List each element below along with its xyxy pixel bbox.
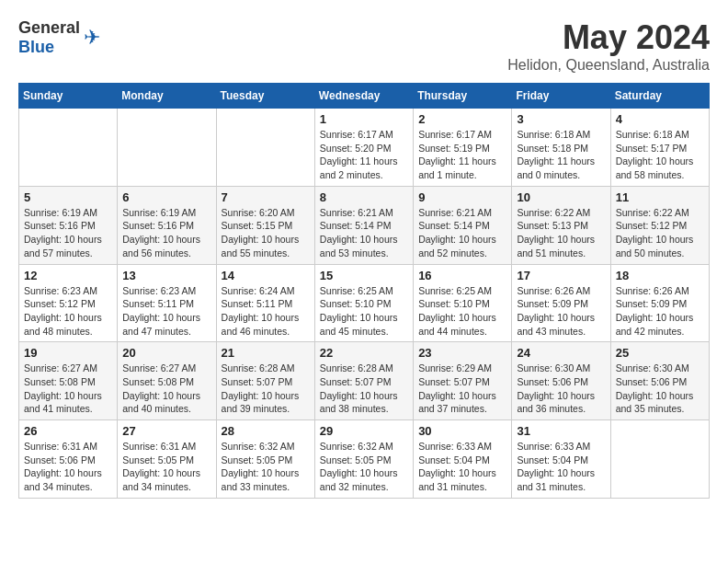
day-number: 20 — [122, 346, 210, 360]
table-row: 12 Sunrise: 6:23 AMSunset: 5:12 PMDaylig… — [19, 264, 118, 342]
table-row: 25 Sunrise: 6:30 AMSunset: 5:06 PMDaylig… — [610, 342, 709, 420]
calendar-table: Sunday Monday Tuesday Wednesday Thursday… — [18, 83, 710, 499]
day-number: 25 — [616, 346, 704, 360]
day-info: Sunrise: 6:29 AMSunset: 5:07 PMDaylight:… — [418, 362, 506, 416]
table-row — [216, 109, 314, 187]
table-row: 3 Sunrise: 6:18 AMSunset: 5:18 PMDayligh… — [512, 109, 610, 187]
day-number: 5 — [24, 190, 112, 204]
day-number: 8 — [320, 190, 408, 204]
table-row: 19 Sunrise: 6:27 AMSunset: 5:08 PMDaylig… — [19, 342, 118, 420]
day-number: 24 — [517, 346, 605, 360]
table-row — [118, 109, 216, 187]
table-row: 18 Sunrise: 6:26 AMSunset: 5:09 PMDaylig… — [610, 264, 709, 342]
day-info: Sunrise: 6:32 AMSunset: 5:05 PMDaylight:… — [320, 440, 408, 494]
table-row: 23 Sunrise: 6:29 AMSunset: 5:07 PMDaylig… — [414, 342, 512, 420]
header-thursday: Thursday — [414, 84, 512, 109]
day-number: 16 — [418, 269, 506, 282]
day-info: Sunrise: 6:28 AMSunset: 5:07 PMDaylight:… — [320, 362, 408, 416]
day-number: 19 — [24, 346, 112, 360]
day-number: 17 — [517, 269, 605, 282]
header-friday: Friday — [512, 84, 610, 109]
day-info: Sunrise: 6:18 AMSunset: 5:18 PMDaylight:… — [517, 128, 605, 182]
day-number: 21 — [222, 346, 310, 360]
table-row: 9 Sunrise: 6:21 AMSunset: 5:14 PMDayligh… — [414, 186, 512, 264]
calendar-week-row: 19 Sunrise: 6:27 AMSunset: 5:08 PMDaylig… — [19, 342, 710, 420]
day-info: Sunrise: 6:25 AMSunset: 5:10 PMDaylight:… — [418, 284, 506, 339]
header-sunday: Sunday — [19, 84, 118, 109]
table-row: 27 Sunrise: 6:31 AMSunset: 5:05 PMDaylig… — [118, 420, 216, 499]
day-info: Sunrise: 6:21 AMSunset: 5:14 PMDaylight:… — [320, 206, 408, 260]
header-wednesday: Wednesday — [314, 84, 413, 109]
day-info: Sunrise: 6:26 AMSunset: 5:09 PMDaylight:… — [517, 284, 605, 339]
table-row: 6 Sunrise: 6:19 AMSunset: 5:16 PMDayligh… — [118, 186, 216, 264]
day-info: Sunrise: 6:18 AMSunset: 5:17 PMDaylight:… — [616, 128, 704, 182]
calendar-week-row: 12 Sunrise: 6:23 AMSunset: 5:12 PMDaylig… — [19, 264, 710, 342]
table-row: 16 Sunrise: 6:25 AMSunset: 5:10 PMDaylig… — [414, 264, 512, 342]
table-row: 24 Sunrise: 6:30 AMSunset: 5:06 PMDaylig… — [512, 342, 610, 420]
table-row: 8 Sunrise: 6:21 AMSunset: 5:14 PMDayligh… — [314, 186, 413, 264]
calendar-week-row: 5 Sunrise: 6:19 AMSunset: 5:16 PMDayligh… — [19, 186, 710, 264]
table-row — [19, 109, 118, 187]
title-block: May 2024 Helidon, Queensland, Australia — [507, 18, 710, 74]
day-info: Sunrise: 6:26 AMSunset: 5:09 PMDaylight:… — [616, 284, 704, 339]
day-number: 3 — [517, 112, 605, 126]
day-number: 28 — [222, 424, 310, 438]
table-row: 22 Sunrise: 6:28 AMSunset: 5:07 PMDaylig… — [314, 342, 413, 420]
month-year-title: May 2024 — [507, 18, 710, 57]
location-subtitle: Helidon, Queensland, Australia — [507, 57, 710, 74]
table-row: 30 Sunrise: 6:33 AMSunset: 5:04 PMDaylig… — [414, 420, 512, 499]
day-number: 1 — [320, 112, 408, 126]
day-number: 29 — [320, 424, 408, 438]
day-number: 30 — [418, 424, 506, 438]
day-number: 31 — [517, 424, 605, 438]
table-row: 26 Sunrise: 6:31 AMSunset: 5:06 PMDaylig… — [19, 420, 118, 499]
day-info: Sunrise: 6:30 AMSunset: 5:06 PMDaylight:… — [517, 362, 605, 416]
table-row: 14 Sunrise: 6:24 AMSunset: 5:11 PMDaylig… — [216, 264, 314, 342]
table-row: 10 Sunrise: 6:22 AMSunset: 5:13 PMDaylig… — [512, 186, 610, 264]
day-info: Sunrise: 6:33 AMSunset: 5:04 PMDaylight:… — [517, 440, 605, 494]
table-row: 29 Sunrise: 6:32 AMSunset: 5:05 PMDaylig… — [314, 420, 413, 499]
table-row: 4 Sunrise: 6:18 AMSunset: 5:17 PMDayligh… — [610, 109, 709, 187]
logo-bird-icon: ✈ — [84, 26, 100, 50]
logo-blue-text: Blue — [18, 38, 54, 56]
day-number: 7 — [222, 190, 310, 204]
day-info: Sunrise: 6:23 AMSunset: 5:12 PMDaylight:… — [24, 284, 112, 339]
day-info: Sunrise: 6:31 AMSunset: 5:06 PMDaylight:… — [24, 440, 112, 494]
day-info: Sunrise: 6:27 AMSunset: 5:08 PMDaylight:… — [122, 362, 210, 416]
day-number: 10 — [517, 190, 605, 204]
day-info: Sunrise: 6:19 AMSunset: 5:16 PMDaylight:… — [122, 206, 210, 260]
table-row: 28 Sunrise: 6:32 AMSunset: 5:05 PMDaylig… — [216, 420, 314, 499]
day-info: Sunrise: 6:28 AMSunset: 5:07 PMDaylight:… — [222, 362, 310, 416]
day-info: Sunrise: 6:22 AMSunset: 5:13 PMDaylight:… — [517, 206, 605, 260]
day-info: Sunrise: 6:22 AMSunset: 5:12 PMDaylight:… — [616, 206, 704, 260]
day-info: Sunrise: 6:33 AMSunset: 5:04 PMDaylight:… — [418, 440, 506, 494]
day-info: Sunrise: 6:23 AMSunset: 5:11 PMDaylight:… — [122, 284, 210, 339]
calendar-header-row: Sunday Monday Tuesday Wednesday Thursday… — [19, 84, 710, 109]
day-info: Sunrise: 6:32 AMSunset: 5:05 PMDaylight:… — [222, 440, 310, 494]
table-row: 5 Sunrise: 6:19 AMSunset: 5:16 PMDayligh… — [19, 186, 118, 264]
header-saturday: Saturday — [610, 84, 709, 109]
day-number: 14 — [222, 269, 310, 282]
logo-general-text: General — [18, 18, 80, 37]
day-info: Sunrise: 6:19 AMSunset: 5:16 PMDaylight:… — [24, 206, 112, 260]
day-info: Sunrise: 6:24 AMSunset: 5:11 PMDaylight:… — [222, 284, 310, 339]
table-row: 2 Sunrise: 6:17 AMSunset: 5:19 PMDayligh… — [414, 109, 512, 187]
table-row — [610, 420, 709, 499]
table-row: 15 Sunrise: 6:25 AMSunset: 5:10 PMDaylig… — [314, 264, 413, 342]
day-number: 11 — [616, 190, 704, 204]
calendar-week-row: 1 Sunrise: 6:17 AMSunset: 5:20 PMDayligh… — [19, 109, 710, 187]
day-number: 18 — [616, 269, 704, 282]
calendar-week-row: 26 Sunrise: 6:31 AMSunset: 5:06 PMDaylig… — [19, 420, 710, 499]
day-info: Sunrise: 6:21 AMSunset: 5:14 PMDaylight:… — [418, 206, 506, 260]
day-number: 6 — [122, 190, 210, 204]
day-info: Sunrise: 6:17 AMSunset: 5:20 PMDaylight:… — [320, 128, 408, 182]
day-number: 2 — [418, 112, 506, 126]
day-info: Sunrise: 6:20 AMSunset: 5:15 PMDaylight:… — [222, 206, 310, 260]
header-monday: Monday — [118, 84, 216, 109]
table-row: 31 Sunrise: 6:33 AMSunset: 5:04 PMDaylig… — [512, 420, 610, 499]
day-number: 15 — [320, 269, 408, 282]
day-number: 12 — [24, 269, 112, 282]
table-row: 17 Sunrise: 6:26 AMSunset: 5:09 PMDaylig… — [512, 264, 610, 342]
day-number: 9 — [418, 190, 506, 204]
table-row: 11 Sunrise: 6:22 AMSunset: 5:12 PMDaylig… — [610, 186, 709, 264]
